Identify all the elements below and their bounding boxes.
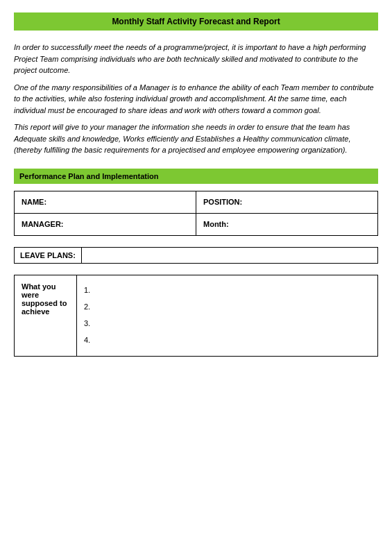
form-table: NAME: POSITION: MANAGER: Month:	[14, 191, 378, 236]
form-row-1: NAME: POSITION:	[15, 191, 378, 213]
achieve-row: What you were supposed to achieve 1. 2. …	[15, 275, 378, 356]
position-label: POSITION:	[196, 191, 378, 213]
leave-plans-table: LEAVE PLANS:	[14, 247, 378, 264]
achieve-item-3: 3.	[84, 316, 370, 331]
intro-paragraph-1: In order to successfully meet the needs …	[14, 42, 378, 76]
manager-label: MANAGER:	[15, 213, 196, 235]
page: Monthly Staff Activity Forecast and Repo…	[0, 0, 392, 555]
header-title: Monthly Staff Activity Forecast and Repo…	[112, 17, 280, 26]
performance-section-banner: Performance Plan and Implementation	[14, 169, 378, 184]
form-row-2: MANAGER: Month:	[15, 213, 378, 235]
month-label: Month:	[196, 213, 378, 235]
achieve-items-list: 1. 2. 3. 4.	[84, 282, 370, 348]
header-banner: Monthly Staff Activity Forecast and Repo…	[14, 12, 378, 31]
leave-plans-value[interactable]	[81, 247, 377, 263]
performance-section-title: Performance Plan and Implementation	[19, 172, 159, 180]
achieve-label: What you were supposed to achieve	[15, 275, 77, 356]
achieve-item-4: 4.	[84, 332, 370, 348]
intro-paragraph-3: This report will give to your manager th…	[14, 121, 378, 156]
leave-plans-row: LEAVE PLANS:	[15, 247, 378, 263]
intro-section: In order to successfully meet the needs …	[14, 42, 378, 156]
achieve-table: What you were supposed to achieve 1. 2. …	[14, 275, 378, 357]
name-label: NAME:	[15, 191, 196, 213]
achieve-item-1: 1.	[84, 282, 370, 298]
leave-plans-label: LEAVE PLANS:	[15, 247, 82, 263]
achieve-items-cell: 1. 2. 3. 4.	[77, 275, 378, 356]
intro-paragraph-2: One of the many responsibilities of a Ma…	[14, 82, 378, 117]
achieve-item-2: 2.	[84, 299, 370, 314]
